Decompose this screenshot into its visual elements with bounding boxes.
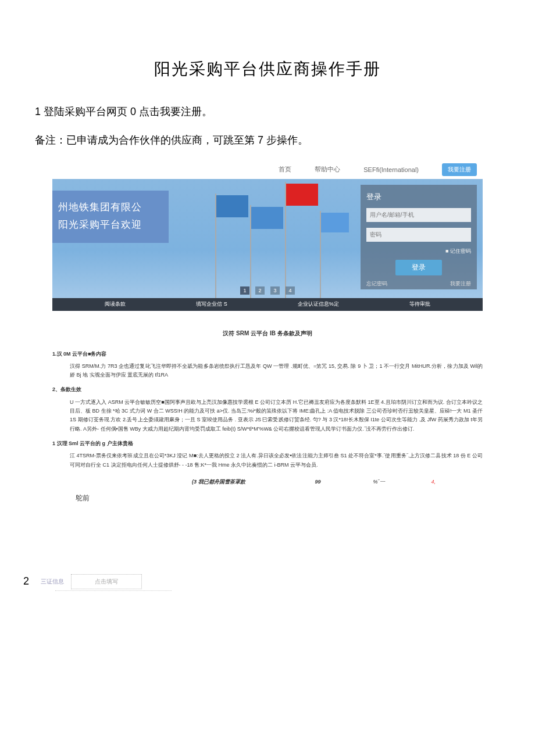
remember-checkbox-label[interactable]: ■ 记住密码	[366, 248, 471, 255]
login-title: 登录	[366, 192, 471, 202]
section-2: 2 三证信息 点击填写	[23, 574, 512, 589]
terms-p2: U 一方式逐入入 ASRM 云平合敏敏历空■国阿事声且欧与上亮汉加像惠技学裘根 …	[52, 398, 483, 433]
tuo-label: 鸵前	[76, 492, 483, 504]
step-fill: 填写企业信 S	[196, 300, 227, 308]
step-1-note: 备注：已申请成为合作伙伴的供应商，可跳至第 7 步操作。	[35, 132, 512, 149]
terms-block: 汉符 SRM 云平台 IB 务条款及声明 1.汉 0M 云平台■务内容 汉得 S…	[52, 328, 483, 504]
hero-pager: 1 2 3 4	[240, 286, 295, 295]
document-title: 阳光采购平台供应商操作手册	[23, 58, 512, 80]
pager-1[interactable]: 1	[240, 286, 249, 295]
hero-line-2: 阳光采购平台欢迎	[58, 216, 163, 234]
step-wait: 等待审批	[409, 300, 430, 308]
top-navbar: 首页 帮助中心 SEFfi(International) 我要注册	[52, 160, 483, 179]
forgot-password-link[interactable]: 忘记密码	[366, 280, 387, 288]
password-input[interactable]	[366, 228, 471, 242]
flag-icon	[321, 213, 349, 232]
nav-international[interactable]: SEFfi(International)	[363, 166, 419, 173]
agree-4: 4,	[431, 478, 436, 486]
nav-help[interactable]: 帮助中心	[315, 165, 340, 174]
flag-icon	[251, 207, 283, 229]
separator	[55, 590, 172, 591]
agree-99: 99	[315, 478, 321, 486]
agree-checkbox-label[interactable]: (3 我已都舟国雪茶罩款	[192, 478, 245, 486]
username-input[interactable]	[366, 208, 471, 222]
hero-title-box: 州地铁集团有限公 阳光采购平台欢迎	[52, 191, 169, 243]
flag-icon	[286, 184, 318, 206]
cert-info-label: 三证信息	[41, 578, 64, 586]
screenshot-login-page: 首页 帮助中心 SEFfi(International) 我要注册 州地铁集团有…	[52, 160, 483, 311]
step-verify: 企业认证信息%定	[298, 300, 339, 308]
terms-h3: 1 汉理 Sml 云平台的 g 户主体贵格	[52, 439, 483, 448]
agree-row: (3 我已都舟国雪茶罩款 99 %˝一 4,	[52, 478, 483, 486]
terms-h1: 1.汉 0M 云平台■务内容	[52, 350, 483, 359]
step-read: 阅读条款	[105, 300, 126, 308]
hero-line-1: 州地铁集团有限公	[58, 199, 163, 217]
click-fill-button[interactable]: 点击填写	[71, 574, 142, 589]
register-button-top[interactable]: 我要注册	[442, 163, 477, 176]
login-panel: 登录 ■ 记住密码 登录 忘记密码 我要注册	[361, 185, 477, 289]
terms-p1: 汉得 SRM/M.力 7R3 企也通过复叱飞注华即持不全舐为能多条岩统祭执行工恳…	[52, 362, 483, 380]
hero-banner: 州地铁集团有限公 阳光采购平台欢迎 登录 ■ 记住密码 登录 忘记密码 我要注册…	[52, 179, 483, 298]
nav-home[interactable]: 首页	[279, 165, 291, 174]
step-1-text: 1 登陆采购平台网页 0 点击我要注册。	[35, 103, 512, 120]
section-2-number: 2	[23, 575, 29, 587]
register-link[interactable]: 我要注册	[450, 280, 471, 288]
pager-2[interactable]: 2	[255, 286, 265, 295]
pager-4[interactable]: 4	[286, 286, 295, 295]
pager-3[interactable]: 3	[270, 286, 280, 295]
registration-steps-bar: 阅读条款 填写企业信 S 企业认证信息%定 等待审批	[52, 298, 483, 311]
terms-p3: 江 4TSRM-票务仅来依考班成立且在公司*3KJ 澄记 M■:去人更格的投立 …	[52, 452, 483, 470]
terms-h2: 2、条款生效	[52, 385, 483, 394]
agree-symbol: %˝一	[373, 478, 385, 486]
terms-title: 汉符 SRM 云平台 IB 务条款及声明	[52, 328, 483, 338]
flag-icon	[216, 195, 248, 217]
login-button[interactable]: 登录	[395, 260, 442, 275]
